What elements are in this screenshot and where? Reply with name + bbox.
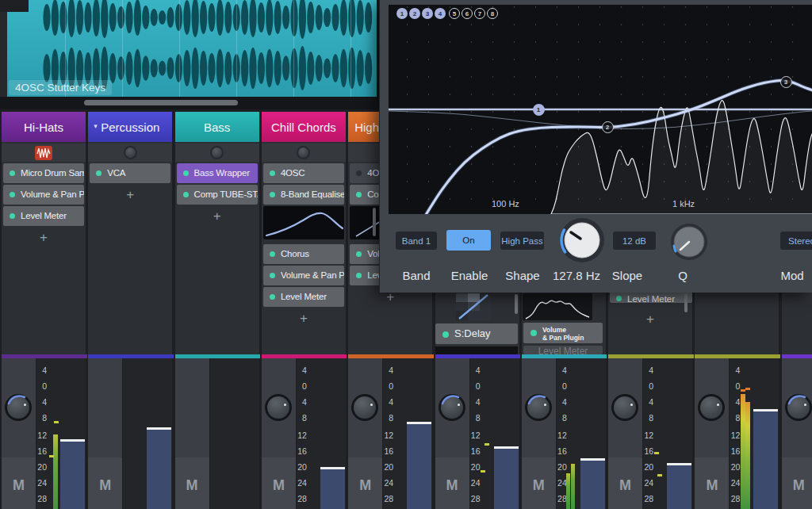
scrollbar-thumb[interactable]: [84, 100, 238, 105]
enable-button[interactable]: On: [446, 230, 491, 251]
add-plugin-button[interactable]: +: [175, 208, 259, 225]
track-header-chill-chords[interactable]: Chill Chords: [262, 112, 346, 142]
band-select-dot[interactable]: 6: [462, 8, 473, 19]
plugin-state-dot[interactable]: [10, 213, 15, 219]
add-plugin-button[interactable]: +: [608, 311, 692, 328]
track-header-bass[interactable]: Bass: [175, 112, 259, 142]
pan-knob[interactable]: [611, 394, 638, 421]
mute-button[interactable]: M: [2, 469, 36, 501]
eq-graph[interactable]: 100 Hz 1 kHz: [389, 5, 812, 214]
plugin-slot[interactable]: VCA: [90, 163, 170, 183]
plugin-slot[interactable]: Volume & Pan Plugin: [263, 266, 344, 285]
band-select-dot[interactable]: 1: [396, 8, 408, 19]
shape-button[interactable]: High Pass: [500, 232, 544, 250]
plugin-state-dot[interactable]: [183, 170, 189, 176]
pan-knob[interactable]: [351, 394, 378, 421]
slope-button[interactable]: 12 dB: [613, 232, 656, 250]
mode-button[interactable]: Stereo: [780, 232, 812, 250]
volume-pan-slot[interactable]: Volume& Pan Plugin: [523, 323, 603, 343]
plugin-state-dot[interactable]: [442, 331, 449, 338]
track-pan-knob[interactable]: [297, 146, 310, 159]
plugin-slot[interactable]: Comp TUBE-STA: [177, 185, 258, 205]
pan-knob[interactable]: [5, 394, 32, 421]
column-scrollbar[interactable]: [515, 294, 518, 314]
volume-fader-track[interactable]: [147, 430, 171, 509]
plugin-state-dot[interactable]: [356, 273, 362, 278]
volume-fader-track[interactable]: [667, 465, 691, 509]
db-scale-number: 4: [380, 366, 393, 374]
plugin-state-dot[interactable]: [356, 192, 362, 197]
disclosure-icon[interactable]: ▾: [94, 122, 98, 130]
track-pan-knob[interactable]: [210, 146, 224, 159]
band-select-button[interactable]: Band 1: [396, 232, 437, 250]
pan-knob[interactable]: [439, 394, 465, 421]
mute-button[interactable]: M: [695, 469, 729, 501]
plugin-state-dot[interactable]: [183, 192, 189, 197]
add-plugin-button[interactable]: +: [2, 229, 86, 247]
mute-button[interactable]: M: [175, 469, 209, 501]
mute-button[interactable]: M: [262, 469, 296, 501]
q-knob[interactable]: [670, 223, 708, 261]
mute-button[interactable]: M: [608, 469, 642, 501]
volume-fader-track[interactable]: [60, 442, 85, 509]
column-scrollbar[interactable]: [684, 293, 688, 312]
plugin-slot[interactable]: Chorus: [263, 244, 344, 264]
horizontal-scrollbar[interactable]: [0, 97, 379, 109]
plugin-slot[interactable]: Level Meter: [263, 287, 344, 307]
pan-knob[interactable]: [265, 394, 292, 421]
plugin-slot[interactable]: Volume & Pan Plugin: [3, 185, 84, 205]
plugin-state-dot[interactable]: [356, 251, 362, 257]
volume-fader-track[interactable]: [494, 449, 519, 509]
plugin-state-dot[interactable]: [356, 170, 362, 176]
mute-button[interactable]: M: [348, 469, 382, 501]
plugin-mini-display[interactable]: [263, 206, 344, 239]
eq-band-handle[interactable]: 3: [780, 76, 792, 88]
band-select-dot[interactable]: 3: [422, 8, 433, 19]
db-scale-number: 24: [726, 479, 740, 487]
band-select-dot[interactable]: 2: [409, 8, 420, 19]
eq-band-handle[interactable]: 1: [533, 104, 545, 116]
plugin-slot[interactable]: 8-Band Equaliser: [263, 185, 344, 205]
plugin-state-dot[interactable]: [530, 330, 537, 336]
plugin-state-dot[interactable]: [270, 251, 275, 257]
volume-fader-track[interactable]: [407, 424, 431, 509]
plugin-state-dot[interactable]: [10, 192, 15, 197]
volume-fader-track[interactable]: [580, 461, 605, 509]
band-select-dot[interactable]: 7: [474, 8, 485, 19]
add-plugin-button[interactable]: +: [262, 310, 346, 327]
sdelay-mini-display[interactable]: [456, 293, 491, 320]
frequency-knob[interactable]: [558, 216, 606, 264]
volume-fader-track[interactable]: [320, 469, 345, 509]
audio-clip[interactable]: 4OSC Stutter Keys: [7, 0, 377, 97]
plugin-slot[interactable]: Level Meter: [3, 206, 84, 226]
mute-button[interactable]: M: [435, 469, 469, 501]
plugin-state-dot[interactable]: [270, 192, 275, 197]
track-header-hi-hats[interactable]: Hi-Hats: [2, 112, 86, 142]
mute-button[interactable]: M: [522, 469, 556, 501]
plugin-state-dot[interactable]: [270, 273, 275, 278]
plugin-state-dot[interactable]: [96, 170, 102, 176]
add-plugin-button[interactable]: +: [88, 186, 172, 204]
plugin-state-dot[interactable]: [270, 294, 275, 300]
spectrum-mini-display[interactable]: [523, 293, 592, 320]
band-select-dot[interactable]: 8: [487, 8, 498, 19]
band-select-dot[interactable]: 5: [449, 8, 460, 19]
mute-button[interactable]: M: [782, 469, 812, 501]
sdelay-slot[interactable]: S:Delay: [435, 323, 518, 344]
plugin-slot[interactable]: Micro Drum Sampler: [3, 163, 84, 183]
plugin-slot[interactable]: 4OSC: [263, 163, 344, 183]
plugin-state-dot[interactable]: [10, 170, 15, 176]
plugin-state-dot[interactable]: [616, 296, 622, 301]
mute-button[interactable]: M: [88, 469, 122, 501]
pan-knob[interactable]: [525, 394, 552, 421]
plugin-state-dot[interactable]: [270, 170, 275, 176]
plugin-slot[interactable]: Bass Wrapper: [177, 163, 258, 183]
band-select-dot[interactable]: 4: [435, 8, 446, 19]
pan-knob[interactable]: [785, 394, 812, 421]
track-header-percussion[interactable]: Percussion▾: [88, 112, 172, 142]
column-scrollbar[interactable]: [373, 208, 376, 236]
track-pan-knob[interactable]: [124, 146, 137, 159]
volume-fader-track[interactable]: [753, 411, 778, 509]
dimmed-level-meter-slot[interactable]: Level Meter: [523, 346, 603, 354]
eq-band-handle[interactable]: 2: [602, 121, 614, 133]
